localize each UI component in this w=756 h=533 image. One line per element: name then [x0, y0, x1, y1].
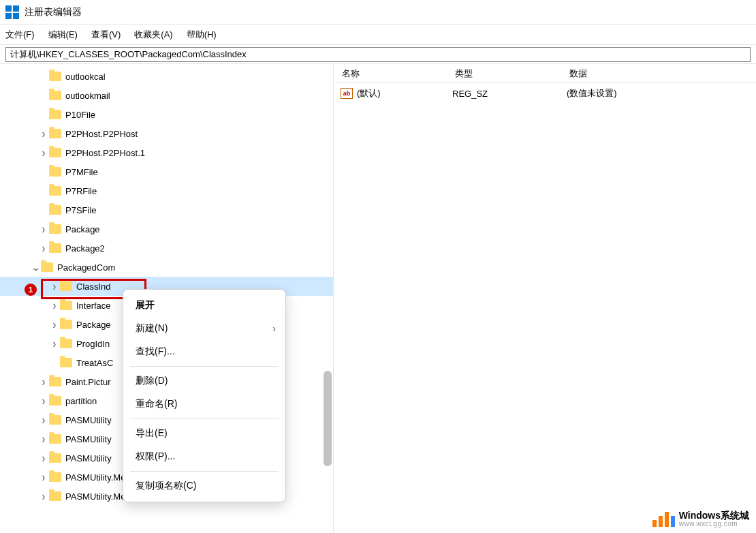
folder-icon: [60, 358, 72, 367]
value-name: (默认): [357, 87, 452, 100]
cm-new-label: 新建(N): [136, 322, 168, 335]
chevron-right-icon: ›: [272, 323, 276, 334]
watermark-url: www.wxcLgg.com: [679, 520, 749, 528]
tree-item[interactable]: outlookcal: [0, 67, 333, 86]
tree-item[interactable]: P2PHost.P2PHost: [0, 124, 333, 143]
menu-view[interactable]: 查看(V): [91, 29, 121, 41]
tree-item[interactable]: Package: [0, 219, 333, 239]
expand-icon[interactable]: [49, 319, 60, 330]
tree-item-label: PackagedCom: [57, 262, 115, 273]
folder-icon: [49, 110, 61, 119]
folder-icon: [49, 72, 61, 81]
tree-item-label: Paint.Pictur: [65, 377, 110, 387]
tree-item[interactable]: outlookmail: [0, 86, 333, 105]
expander-placeholder: [38, 90, 49, 101]
expand-icon[interactable]: [49, 281, 60, 292]
tree-item-label: P7MFile: [65, 167, 98, 177]
tree-item-label: ClassInd: [76, 281, 111, 292]
titlebar: 注册表编辑器: [0, 0, 756, 25]
folder-icon: [60, 339, 72, 348]
tree-item-label: P2PHost.P2PHost.1: [65, 148, 145, 158]
cm-separator: [130, 366, 279, 367]
cm-copy-key-name[interactable]: 复制项名称(C): [123, 474, 285, 498]
expand-icon[interactable]: [38, 453, 49, 463]
folder-icon: [49, 472, 61, 482]
menu-edit[interactable]: 编辑(E): [48, 29, 78, 41]
tree-item[interactable]: P2PHost.P2PHost.1: [0, 143, 333, 162]
expand-icon[interactable]: [38, 472, 49, 483]
cm-rename[interactable]: 重命名(R): [123, 393, 285, 416]
cm-delete[interactable]: 删除(D): [123, 369, 285, 393]
watermark-logo-icon: [652, 512, 675, 527]
cm-permissions[interactable]: 权限(P)...: [123, 445, 285, 468]
folder-icon: [49, 243, 61, 253]
expand-icon[interactable]: [38, 243, 49, 254]
col-name[interactable]: 名称: [334, 67, 447, 80]
expand-icon[interactable]: [49, 338, 60, 349]
folder-icon: [49, 91, 61, 100]
expander-placeholder: [38, 204, 49, 215]
tree-item[interactable]: P7RFile: [0, 181, 333, 200]
folder-icon: [49, 186, 61, 196]
expand-icon[interactable]: [38, 433, 49, 444]
expand-icon[interactable]: [38, 147, 49, 158]
folder-icon: [49, 377, 61, 386]
tree-item[interactable]: P7MFile: [0, 162, 333, 181]
folder-icon: [60, 281, 72, 291]
folder-icon: [49, 205, 61, 215]
cm-find[interactable]: 查找(F)...: [123, 340, 285, 363]
expand-icon[interactable]: [49, 300, 60, 311]
value-row[interactable]: ab (默认) REG_SZ (数值未设置): [334, 83, 756, 104]
expander-placeholder: [38, 185, 49, 196]
tree-item[interactable]: P7SFile: [0, 200, 333, 219]
window-title: 注册表编辑器: [25, 6, 82, 18]
expand-icon[interactable]: [38, 128, 49, 139]
folder-icon: [60, 301, 72, 310]
expand-icon[interactable]: [38, 414, 49, 425]
tree-item-label: Interface: [76, 301, 111, 311]
folder-icon: [60, 320, 72, 329]
menu-favorites[interactable]: 收藏夹(A): [134, 29, 172, 41]
tree-item-label: Package: [76, 320, 111, 330]
collapse-icon[interactable]: [30, 262, 41, 273]
expander-placeholder: [38, 71, 49, 82]
tree-item-label: P10File: [65, 110, 95, 120]
menubar: 文件(F) 编辑(E) 查看(V) 收藏夹(A) 帮助(H): [0, 25, 756, 45]
tree-scrollbar[interactable]: [324, 371, 332, 466]
cm-separator: [130, 471, 279, 472]
cm-new[interactable]: 新建(N)›: [123, 317, 285, 340]
cm-separator: [130, 418, 279, 419]
expand-icon[interactable]: [38, 376, 49, 387]
cm-expand[interactable]: 展开: [123, 294, 285, 317]
expander-placeholder: [49, 357, 60, 368]
tree-item-label: ProgIdIn: [76, 339, 110, 349]
string-value-icon: ab: [341, 88, 353, 99]
main-area: outlookcaloutlookmailP10FileP2PHost.P2PH…: [0, 64, 756, 533]
values-header: 名称 类型 数据: [334, 64, 756, 83]
value-data: (数值未设置): [567, 87, 756, 100]
folder-icon: [49, 434, 61, 444]
menu-help[interactable]: 帮助(H): [187, 29, 217, 41]
expand-icon[interactable]: [38, 395, 49, 406]
tree-item-label: P7RFile: [65, 186, 97, 196]
addressbar: 计算机\HKEY_CLASSES_ROOT\PackagedCom\ClassI…: [0, 45, 756, 64]
tree-item[interactable]: PackagedCom: [0, 258, 333, 277]
cm-export[interactable]: 导出(E): [123, 422, 285, 445]
folder-icon: [49, 129, 61, 138]
tree-item-label: P2PHost.P2PHost: [65, 129, 138, 139]
value-type: REG_SZ: [452, 89, 567, 99]
col-type[interactable]: 类型: [447, 67, 561, 80]
expand-icon[interactable]: [38, 224, 49, 234]
values-pane: 名称 类型 数据 ab (默认) REG_SZ (数值未设置): [334, 64, 756, 533]
folder-icon: [49, 167, 61, 177]
tree-item-label: P7SFile: [65, 205, 97, 215]
menu-file[interactable]: 文件(F): [5, 29, 35, 41]
col-data[interactable]: 数据: [561, 67, 756, 80]
tree-item[interactable]: Package2: [0, 239, 333, 258]
tree-item-label: outlookmail: [65, 91, 110, 101]
address-input[interactable]: 计算机\HKEY_CLASSES_ROOT\PackagedCom\ClassI…: [5, 47, 751, 62]
tree-item[interactable]: P10File: [0, 105, 333, 124]
tree-item-label: PASMUtility: [65, 453, 112, 463]
expand-icon[interactable]: [38, 491, 49, 502]
tree-item-label: PASMUtility: [65, 415, 112, 425]
